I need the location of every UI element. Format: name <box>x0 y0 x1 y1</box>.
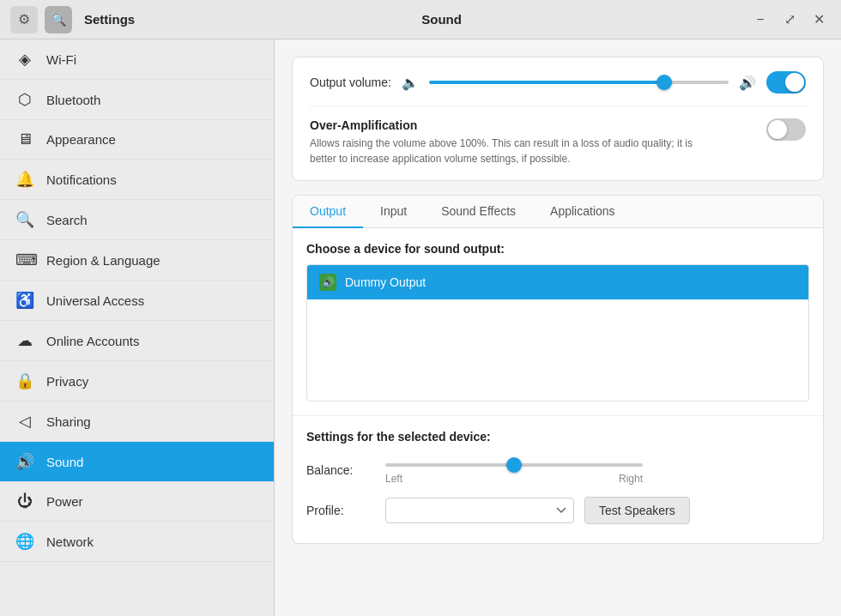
network-icon: 🌐 <box>15 532 34 551</box>
online-accounts-icon: ☁ <box>15 331 34 350</box>
balance-label: Balance: <box>306 463 375 477</box>
sidebar-item-label: Online Accounts <box>46 334 139 348</box>
sidebar-item-sound[interactable]: 🔊 Sound <box>0 442 274 482</box>
profile-select[interactable] <box>385 498 574 523</box>
privacy-icon: 🔒 <box>15 371 34 390</box>
sidebar-item-network[interactable]: 🌐 Network <box>0 522 274 562</box>
tabs-content: Choose a device for sound output: 🔊 Dumm… <box>293 228 823 415</box>
volume-low-icon: 🔈 <box>402 75 419 91</box>
sidebar-item-notifications[interactable]: 🔔 Notifications <box>0 160 274 200</box>
sidebar-item-label: Privacy <box>46 374 88 389</box>
volume-toggle[interactable] <box>766 71 806 94</box>
search-icon[interactable]: 🔍 <box>45 6 72 33</box>
volume-label: Output volume: <box>310 75 391 89</box>
wifi-icon: ◈ <box>15 50 34 69</box>
sound-icon: 🔊 <box>15 452 34 471</box>
sidebar-item-privacy[interactable]: 🔒 Privacy <box>0 361 274 402</box>
window-title: Sound <box>135 12 748 27</box>
selected-settings-label: Settings for the selected device: <box>306 430 809 444</box>
sidebar-item-label: Notifications <box>46 172 117 187</box>
over-amplification-section: Over-Amplification Allows raising the vo… <box>310 106 806 166</box>
sidebar-item-label: Bluetooth <box>46 93 100 107</box>
sidebar-item-label: Search <box>46 213 88 227</box>
sidebar-item-online-accounts[interactable]: ☁ Online Accounts <box>0 321 274 361</box>
balance-slider[interactable] <box>385 463 643 467</box>
device-list: 🔊 Dummy Output <box>306 264 809 402</box>
appearance-icon: 🖥 <box>15 130 34 148</box>
sidebar-item-label: Appearance <box>46 132 116 147</box>
sidebar-item-label: Region & Language <box>46 253 160 268</box>
sidebar-item-label: Wi-Fi <box>46 52 76 67</box>
tab-input[interactable]: Input <box>363 196 424 228</box>
tabs-header: Output Input Sound Effects Applications <box>293 196 823 228</box>
sidebar-item-label: Universal Access <box>46 293 144 308</box>
gear-icon[interactable]: ⚙ <box>10 6 38 33</box>
over-amp-description: Allows raising the volume above 100%. Th… <box>310 136 722 166</box>
volume-slider[interactable] <box>429 81 729 84</box>
volume-card: Output volume: 🔈 🔊 Over-Amplification Al… <box>292 57 824 181</box>
tabs-card: Output Input Sound Effects Applications … <box>292 195 824 544</box>
sidebar-item-search[interactable]: 🔍 Search <box>0 200 274 240</box>
sidebar-item-bluetooth[interactable]: ⬡ Bluetooth <box>0 80 274 120</box>
selected-device-settings: Settings for the selected device: Balanc… <box>293 415 823 543</box>
over-amp-toggle[interactable] <box>766 118 806 141</box>
choose-device-label: Choose a device for sound output: <box>306 242 809 256</box>
balance-right-label: Right <box>619 473 643 485</box>
profile-row: Profile: Test Speakers <box>306 497 809 524</box>
sharing-icon: ◁ <box>15 412 34 431</box>
tab-applications[interactable]: Applications <box>533 196 632 228</box>
maximize-button[interactable]: ⤢ <box>777 8 802 32</box>
balance-row: Balance: Left Right <box>306 456 809 485</box>
close-button[interactable]: ✕ <box>807 8 831 32</box>
window-controls: − ⤢ ✕ <box>748 8 831 32</box>
sidebar: ◈ Wi-Fi ⬡ Bluetooth 🖥 Appearance 🔔 Notif… <box>0 39 275 616</box>
sidebar-item-wifi[interactable]: ◈ Wi-Fi <box>0 39 274 80</box>
over-amp-text: Over-Amplification Allows raising the vo… <box>310 118 722 166</box>
universal-access-icon: ♿ <box>15 291 34 310</box>
sidebar-item-label: Power <box>46 494 83 509</box>
over-amp-title: Over-Amplification <box>310 118 722 132</box>
volume-slider-wrap <box>429 74 729 91</box>
balance-left-label: Left <box>385 473 402 485</box>
titlebar-left: ⚙ 🔍 Settings <box>10 6 135 33</box>
search-nav-icon: 🔍 <box>15 210 34 229</box>
content-area: Output volume: 🔈 🔊 Over-Amplification Al… <box>275 39 841 616</box>
device-item-dummy[interactable]: 🔊 Dummy Output <box>307 265 808 299</box>
sidebar-item-label: Network <box>46 534 94 549</box>
sidebar-item-universal-access[interactable]: ♿ Universal Access <box>0 281 274 321</box>
test-speakers-button[interactable]: Test Speakers <box>584 497 690 524</box>
sidebar-item-region-language[interactable]: ⌨ Region & Language <box>0 240 274 281</box>
sidebar-item-label: Sharing <box>46 414 91 429</box>
device-icon: 🔊 <box>319 274 336 291</box>
sidebar-item-label: Sound <box>46 455 83 469</box>
balance-slider-wrap: Left Right <box>385 456 643 485</box>
sidebar-item-power[interactable]: ⏻ Power <box>0 482 274 522</box>
sidebar-item-appearance[interactable]: 🖥 Appearance <box>0 120 274 160</box>
volume-row: Output volume: 🔈 🔊 <box>310 71 806 94</box>
sidebar-item-sharing[interactable]: ◁ Sharing <box>0 402 274 442</box>
titlebar: ⚙ 🔍 Settings Sound − ⤢ ✕ <box>0 0 841 39</box>
tab-sound-effects[interactable]: Sound Effects <box>424 196 533 228</box>
profile-label: Profile: <box>306 504 375 517</box>
tab-output[interactable]: Output <box>293 196 363 228</box>
notifications-icon: 🔔 <box>15 170 34 189</box>
power-icon: ⏻ <box>15 492 34 510</box>
bluetooth-icon: ⬡ <box>15 90 34 109</box>
app-name: Settings <box>84 12 135 27</box>
volume-high-icon: 🔊 <box>739 75 756 91</box>
balance-labels: Left Right <box>385 473 643 485</box>
device-item-label: Dummy Output <box>345 275 426 289</box>
region-icon: ⌨ <box>15 251 34 269</box>
main-layout: ◈ Wi-Fi ⬡ Bluetooth 🖥 Appearance 🔔 Notif… <box>0 39 841 616</box>
minimize-button[interactable]: − <box>748 8 772 32</box>
